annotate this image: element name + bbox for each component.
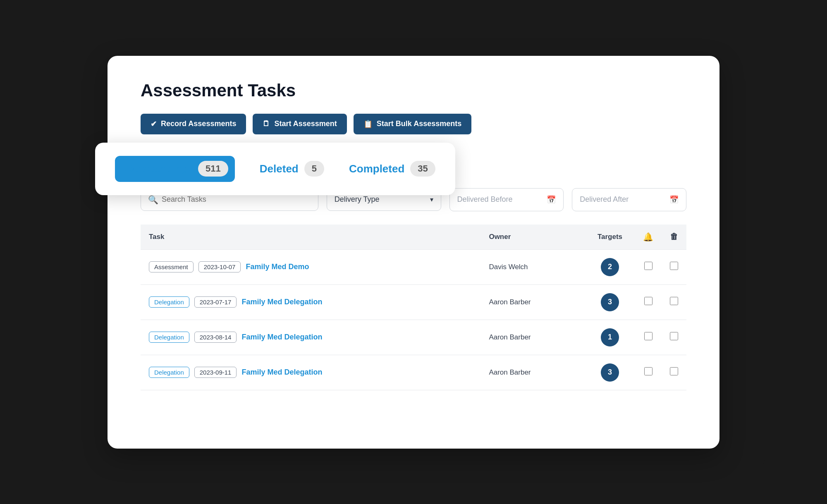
task-link-1[interactable]: Family Med Delegation xyxy=(241,298,322,306)
targets-badge-0: 2 xyxy=(601,258,619,276)
tag-3: Delegation xyxy=(149,367,189,378)
col-task: Task xyxy=(141,225,480,250)
targets-badge-1: 3 xyxy=(601,293,619,311)
table-row: Delegation 2023-09-11 Family Med Delegat… xyxy=(141,355,686,390)
record-assessments-button[interactable]: ✔ Record Assessments xyxy=(141,114,246,134)
search-icon: 🔍 xyxy=(148,195,158,205)
task-cell-2: Delegation 2023-08-14 Family Med Delegat… xyxy=(141,320,480,355)
table-row: Delegation 2023-08-14 Family Med Delegat… xyxy=(141,320,686,355)
tab-outstanding[interactable]: Outstanding 511 xyxy=(115,156,235,182)
tag-2: Delegation xyxy=(149,332,189,343)
targets-cell-0: 2 xyxy=(585,249,635,284)
bell-checkbox-0[interactable] xyxy=(644,262,653,270)
delivered-after-label: Delivered After xyxy=(580,195,629,204)
bell-checkbox-2[interactable] xyxy=(644,332,653,340)
bell-cell-2[interactable] xyxy=(635,320,662,355)
col-owner: Owner xyxy=(480,225,585,250)
targets-badge-2: 1 xyxy=(601,328,619,346)
table-row: Delegation 2023-07-17 Family Med Delegat… xyxy=(141,284,686,320)
date-tag-2: 2023-08-14 xyxy=(194,332,237,343)
task-link-3[interactable]: Family Med Delegation xyxy=(241,368,322,377)
tab-outstanding-label: Outstanding xyxy=(115,156,198,182)
delivery-type-label: Delivery Type xyxy=(335,195,380,204)
delivered-before-label: Delivered Before xyxy=(457,195,513,204)
bell-header-icon: 🔔 xyxy=(643,232,653,241)
targets-badge-3: 3 xyxy=(601,363,619,382)
start-bulk-assessments-button[interactable]: 📋 Start Bulk Assessments xyxy=(354,114,471,134)
action-buttons: ✔ Record Assessments 🗒 Start Assessment … xyxy=(141,114,686,134)
bell-cell-0[interactable] xyxy=(635,249,662,284)
bell-cell-3[interactable] xyxy=(635,355,662,390)
trash-cell-3[interactable] xyxy=(662,355,686,390)
col-bell: 🔔 xyxy=(635,225,662,250)
record-assessments-icon: ✔ xyxy=(151,119,157,129)
trash-checkbox-2[interactable] xyxy=(670,332,678,340)
trash-cell-1[interactable] xyxy=(662,284,686,320)
col-targets: Targets xyxy=(585,225,635,250)
start-bulk-assessments-icon: 📋 xyxy=(363,119,373,129)
chevron-down-icon: ▾ xyxy=(430,196,433,203)
table-row: Assessment 2023-10-07 Family Med Demo Da… xyxy=(141,249,686,284)
start-assessment-icon: 🗒 xyxy=(263,119,270,128)
delivered-before-input[interactable]: Delivered Before 📅 xyxy=(449,188,564,211)
date-tag-3: 2023-09-11 xyxy=(194,367,237,378)
record-assessments-label: Record Assessments xyxy=(161,119,236,128)
task-cell-1: Delegation 2023-07-17 Family Med Delegat… xyxy=(141,284,480,320)
owner-cell-3: Aaron Barber xyxy=(480,355,585,390)
targets-cell-3: 3 xyxy=(585,355,635,390)
owner-cell-1: Aaron Barber xyxy=(480,284,585,320)
owner-cell-0: Davis Welch xyxy=(480,249,585,284)
trash-checkbox-1[interactable] xyxy=(670,297,678,305)
targets-cell-1: 3 xyxy=(585,284,635,320)
bell-cell-1[interactable] xyxy=(635,284,662,320)
tab-deleted-count: 5 xyxy=(304,161,324,177)
calendar-icon: 📅 xyxy=(547,195,556,204)
bell-checkbox-1[interactable] xyxy=(644,297,653,305)
content-area: 🔍 Delivery Type ▾ Delivered Before 📅 Del… xyxy=(141,188,686,390)
trash-header-icon: 🗑 xyxy=(670,232,678,241)
bell-checkbox-3[interactable] xyxy=(644,367,653,375)
start-bulk-assessments-label: Start Bulk Assessments xyxy=(377,119,461,128)
owner-cell-2: Aaron Barber xyxy=(480,320,585,355)
tabs-card: Outstanding 511 Deleted 5 Completed 35 xyxy=(95,143,455,195)
page-title: Assessment Tasks xyxy=(141,81,686,100)
date-tag-1: 2023-07-17 xyxy=(194,296,237,308)
start-assessment-label: Start Assessment xyxy=(274,119,337,128)
task-table: Task Owner Targets 🔔 🗑 xyxy=(141,225,686,390)
tab-completed-count: 35 xyxy=(410,161,435,177)
task-cell-3: Delegation 2023-09-11 Family Med Delegat… xyxy=(141,355,480,390)
tag-1: Delegation xyxy=(149,296,189,308)
task-link-0[interactable]: Family Med Demo xyxy=(246,263,309,271)
trash-cell-0[interactable] xyxy=(662,249,686,284)
tab-deleted-label: Deleted xyxy=(260,162,299,175)
trash-checkbox-0[interactable] xyxy=(670,262,678,270)
calendar-icon-2: 📅 xyxy=(669,195,679,204)
tab-completed-label: Completed xyxy=(349,162,404,175)
trash-cell-2[interactable] xyxy=(662,320,686,355)
table-header-row: Task Owner Targets 🔔 🗑 xyxy=(141,225,686,250)
tab-outstanding-count: 511 xyxy=(198,161,228,177)
targets-cell-2: 1 xyxy=(585,320,635,355)
tag-0: Assessment xyxy=(149,261,194,272)
delivered-after-input[interactable]: Delivered After 📅 xyxy=(572,188,686,211)
tab-completed[interactable]: Completed 35 xyxy=(349,161,435,177)
col-trash: 🗑 xyxy=(662,225,686,250)
task-cell-0: Assessment 2023-10-07 Family Med Demo xyxy=(141,249,480,284)
start-assessment-button[interactable]: 🗒 Start Assessment xyxy=(253,114,347,134)
tab-deleted[interactable]: Deleted 5 xyxy=(260,161,324,177)
trash-checkbox-3[interactable] xyxy=(670,367,678,375)
task-link-2[interactable]: Family Med Delegation xyxy=(241,333,322,342)
date-tag-0: 2023-10-07 xyxy=(198,261,241,272)
